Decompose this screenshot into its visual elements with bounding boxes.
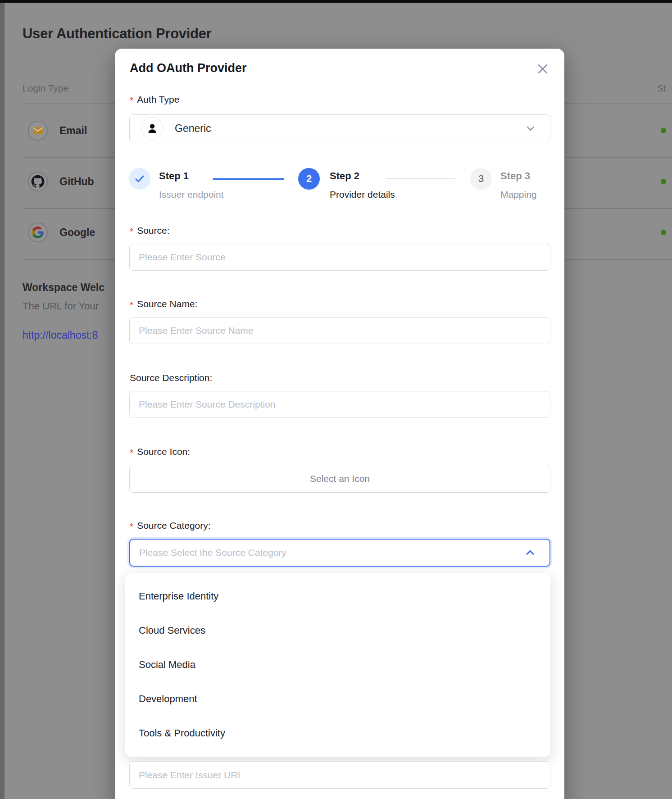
required-marker: * <box>130 95 133 106</box>
required-marker: * <box>130 300 133 310</box>
step3-number: 3 <box>478 173 484 185</box>
source-name-label-row: * Source Name: <box>130 299 197 309</box>
auth-type-value: Generic <box>175 123 211 135</box>
source-description-input[interactable] <box>129 391 550 418</box>
source-category-select[interactable]: Please Select the Source Category <box>129 539 550 567</box>
chevron-up-icon <box>524 547 536 558</box>
close-button[interactable] <box>532 59 553 79</box>
source-description-label-row: Source Description: <box>130 372 212 383</box>
workspace-heading: Workspace Welc <box>23 281 104 294</box>
dropdown-option-enterprise-identity[interactable]: Enterprise Identity <box>125 579 550 613</box>
source-name-label: Source Name: <box>137 299 197 309</box>
source-name-input[interactable] <box>129 317 550 344</box>
dropdown-option-development[interactable]: Development <box>125 682 550 716</box>
table-row: Email <box>28 120 87 141</box>
issuer-uri-input[interactable] <box>129 761 550 789</box>
auth-type-label: Auth Type <box>137 94 179 105</box>
source-description-label: Source Description: <box>130 372 212 383</box>
source-label: Source: <box>137 225 169 236</box>
required-marker: * <box>130 447 133 458</box>
page-edge-strip <box>0 3 5 799</box>
step-connector-active <box>213 178 284 180</box>
select-icon-button[interactable]: Select an Icon <box>129 465 550 493</box>
close-icon <box>536 62 549 76</box>
table-row-label: Email <box>59 125 87 137</box>
step1-indicator-done <box>129 168 150 190</box>
table-row: Google <box>28 222 95 243</box>
table-row: GitHub <box>28 171 94 192</box>
source-category-dropdown: Enterprise Identity Cloud Services Socia… <box>125 573 550 757</box>
auth-type-label-row: * Auth Type <box>130 94 179 105</box>
source-icon-label: Source Icon: <box>137 446 190 457</box>
source-category-label: Source Category: <box>137 520 210 531</box>
user-avatar-icon <box>141 117 163 140</box>
source-icon-label-row: * Source Icon: <box>130 446 190 457</box>
step3-title: Step 3 <box>500 170 530 182</box>
table-row-label: GitHub <box>59 176 94 188</box>
step1-subtitle: Issuer endpoint <box>159 189 224 200</box>
source-input[interactable] <box>129 244 550 271</box>
step2-indicator-active: 2 <box>298 168 320 190</box>
status-dot <box>661 128 666 133</box>
source-label-row: * Source: <box>130 225 170 236</box>
google-icon <box>28 222 48 242</box>
dropdown-option-cloud-services[interactable]: Cloud Services <box>125 613 550 648</box>
step2-number: 2 <box>306 173 312 185</box>
workspace-description: The URL for Your <box>23 300 99 312</box>
modal-title: Add OAuth Provider <box>130 61 247 75</box>
browser-edge-strip <box>0 0 672 3</box>
chevron-down-icon <box>525 123 536 134</box>
step3-subtitle: Mapping <box>500 189 537 200</box>
status-dot <box>661 230 666 235</box>
source-category-label-row: * Source Category: <box>130 520 211 531</box>
github-icon <box>28 172 48 191</box>
dropdown-option-social-media[interactable]: Social Media <box>125 648 550 682</box>
page-title: User Authentication Provider <box>23 26 211 42</box>
add-oauth-provider-modal: Add OAuth Provider * Auth Type Generic <box>115 49 564 799</box>
step3-indicator-pending: 3 <box>470 168 492 190</box>
step2-title: Step 2 <box>330 170 359 182</box>
column-header-status: St <box>657 83 666 94</box>
status-dot <box>661 179 666 184</box>
screen: User Authentication Provider Login Type … <box>0 0 672 799</box>
step1-title: Step 1 <box>159 170 189 182</box>
table-row-label: Google <box>59 227 95 239</box>
required-marker: * <box>130 226 133 237</box>
workspace-url-link[interactable]: http://localhost:8 <box>23 329 98 341</box>
dropdown-option-tools-productivity[interactable]: Tools & Productivity <box>125 716 550 750</box>
email-icon <box>28 121 48 141</box>
source-category-placeholder: Please Select the Source Category <box>139 547 286 558</box>
check-icon <box>134 173 145 185</box>
required-marker: * <box>130 521 133 532</box>
step2-subtitle: Provider details <box>330 189 395 200</box>
auth-type-select[interactable]: Generic <box>129 114 550 142</box>
step-connector <box>386 178 455 179</box>
column-header-login-type: Login Type <box>23 83 68 94</box>
